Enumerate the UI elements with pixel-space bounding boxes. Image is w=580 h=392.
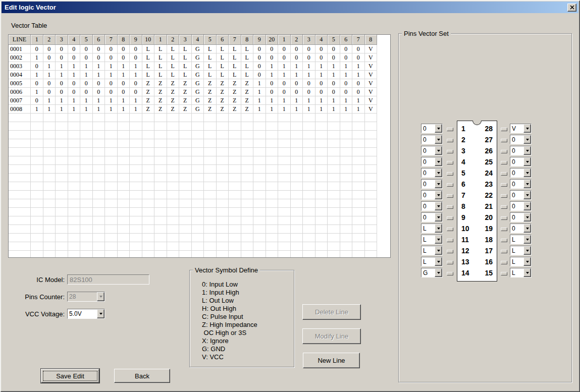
table-cell (328, 122, 340, 131)
table-cell (278, 216, 291, 225)
pin-vector-select[interactable]: 0 (510, 201, 532, 211)
chevron-down-icon[interactable] (435, 135, 442, 144)
chevron-down-icon[interactable] (523, 146, 531, 155)
chevron-down-icon[interactable] (523, 124, 531, 133)
table-cell (365, 216, 378, 225)
pin-vector-select[interactable]: 0 (421, 157, 443, 166)
pin-vector-select[interactable]: L (510, 268, 532, 277)
table-header-cell: 5 (204, 35, 217, 45)
pin-vector-select[interactable]: L (510, 235, 532, 244)
table-cell (204, 242, 217, 251)
pin-leg (501, 128, 507, 131)
chevron-down-icon[interactable] (435, 235, 442, 244)
table-cell (130, 122, 142, 131)
pin-vector-select[interactable]: 0 (510, 146, 532, 155)
chevron-down-icon[interactable] (523, 202, 531, 210)
table-row[interactable]: 0008111111111ZZZZGZZZZ111111111V (9, 105, 390, 114)
pin-vector-select[interactable]: L (421, 257, 443, 266)
pin-vector-select[interactable]: 0 (421, 146, 443, 155)
table-cell: 1 (130, 96, 142, 105)
pin-vector-select[interactable]: L (510, 257, 532, 266)
table-row[interactable]: 0007011111111ZZZZGZZZZ111111111V (9, 96, 390, 105)
pin-vector-select[interactable]: 0 (421, 135, 443, 144)
pin-vector-select[interactable]: V (510, 124, 532, 133)
chevron-down-icon[interactable] (435, 146, 442, 155)
pin-vector-select[interactable]: 0 (510, 157, 532, 166)
ic-model-field[interactable] (67, 274, 149, 285)
table-row[interactable]: 0005000000000ZZZZGZZZZ100000000V (9, 79, 390, 88)
chevron-down-icon[interactable] (523, 180, 531, 188)
table-row[interactable]: 0001000000000LLLLGLLLL000000000V (9, 45, 390, 53)
pin-vector-select[interactable]: 0 (510, 190, 532, 200)
pin-vector-select[interactable]: 0 (421, 124, 443, 133)
titlebar[interactable]: Edit logic Vector (2, 2, 578, 13)
pin-vector-select[interactable]: 0 (510, 212, 532, 222)
chevron-down-icon[interactable] (523, 268, 531, 277)
chevron-down-icon[interactable] (523, 169, 531, 177)
chevron-down-icon[interactable] (523, 213, 531, 221)
table-row[interactable]: 0003011111111LLLLGLLLL011111111V (9, 62, 390, 71)
pin-vector-select[interactable]: L (421, 223, 443, 233)
table-cell (167, 156, 180, 165)
table-cell (303, 131, 315, 139)
table-cell (154, 182, 167, 191)
vector-table[interactable]: LINE 123456789101234567892012345678 0001… (8, 34, 391, 258)
table-cell: V (365, 53, 378, 62)
pin-vector-select[interactable]: 0 (510, 223, 532, 233)
table-cell: 0 (253, 62, 266, 71)
chevron-down-icon[interactable] (435, 257, 442, 266)
chevron-down-icon[interactable] (97, 309, 104, 318)
pin-vector-select[interactable]: 0 (421, 179, 443, 189)
chevron-down-icon[interactable] (435, 213, 442, 221)
table-cell (204, 174, 217, 182)
table-row-empty (9, 139, 390, 148)
table-cell (118, 251, 130, 258)
pin-vector-select[interactable]: 0 (421, 201, 443, 211)
pin-vector-select[interactable]: G (421, 268, 443, 277)
chevron-down-icon[interactable] (523, 257, 531, 266)
pin-vector-select[interactable]: 0 (510, 135, 532, 144)
chevron-down-icon[interactable] (523, 224, 531, 233)
table-cell (130, 131, 142, 139)
chevron-down-icon[interactable] (435, 268, 442, 277)
table-cell (93, 199, 106, 208)
table-row[interactable]: 0002100000000LLLLGLLLL000000000V (9, 53, 390, 62)
pin-vector-select[interactable]: 0 (510, 168, 532, 178)
vcc-voltage-select[interactable]: 5.0V (67, 309, 105, 319)
table-row[interactable]: 0006100000000ZZZZGZZZZ100000000V (9, 88, 390, 96)
table-cell (278, 199, 291, 208)
chevron-down-icon[interactable] (435, 157, 442, 166)
chevron-down-icon[interactable] (523, 191, 531, 199)
chevron-down-icon[interactable] (523, 246, 531, 255)
pin-vector-select[interactable]: L (421, 246, 443, 255)
chevron-down-icon[interactable] (435, 169, 442, 177)
chevron-down-icon[interactable] (435, 180, 442, 188)
table-cell: G (192, 105, 204, 114)
chevron-down-icon[interactable] (523, 135, 531, 144)
table-row[interactable]: 0004111111111LLLLGLLLL011111111V (9, 71, 390, 79)
pin-vector-select[interactable]: 0 (421, 212, 443, 222)
table-cell (105, 242, 118, 251)
chevron-down-icon[interactable] (435, 191, 442, 199)
pin-vector-select[interactable]: 0 (510, 179, 532, 189)
table-cell (192, 131, 204, 139)
pin-vector-value: L (510, 257, 523, 266)
pin-vector-select[interactable]: L (510, 246, 532, 255)
chevron-down-icon[interactable] (435, 246, 442, 255)
table-cell (179, 114, 192, 122)
chevron-down-icon[interactable] (523, 235, 531, 244)
chevron-down-icon[interactable] (435, 124, 442, 133)
back-button[interactable]: Back (114, 369, 170, 383)
new-line-button[interactable]: New Line (303, 353, 360, 368)
save-edit-button[interactable]: Save Edit (41, 369, 99, 383)
chevron-down-icon[interactable] (523, 157, 531, 166)
pin-vector-select[interactable]: 0 (421, 168, 443, 178)
close-button[interactable] (567, 4, 576, 12)
table-cell: 0 (328, 53, 340, 62)
pin-vector-select[interactable]: L (421, 235, 443, 244)
chevron-down-icon[interactable] (435, 202, 442, 210)
pin-vector-select[interactable]: 0 (421, 190, 443, 200)
table-cell: 0 (340, 88, 353, 96)
pin-combo-row: 0 (421, 190, 443, 201)
chevron-down-icon[interactable] (435, 224, 442, 233)
